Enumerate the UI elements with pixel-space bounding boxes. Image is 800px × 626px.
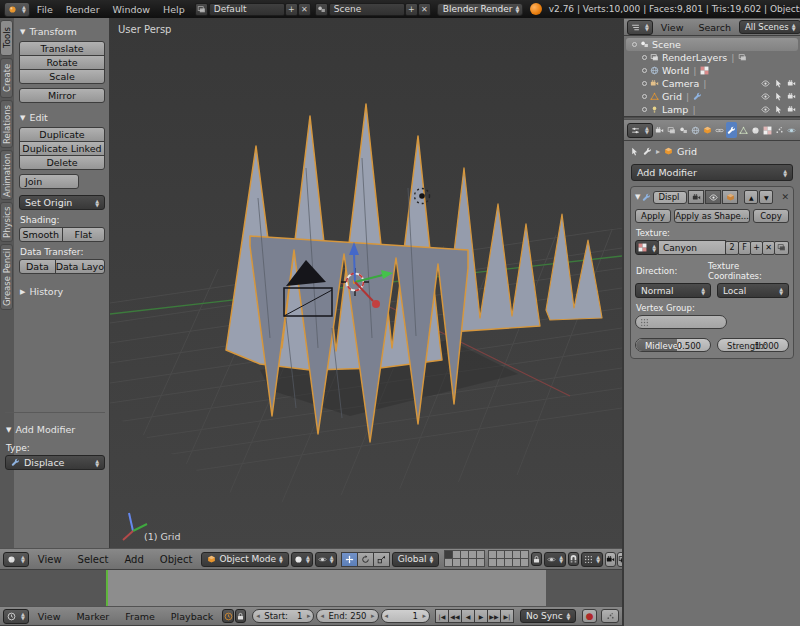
selectable-toggle-icon[interactable] [774,79,783,88]
jump-next-keyframe-button[interactable]: ▶▶ [487,609,501,623]
view3d-menu-object[interactable]: Object [153,554,200,565]
timeline-menu-marker[interactable]: Marker [69,611,116,622]
menu-help[interactable]: Help [157,4,191,15]
manipulator-translate-toggle[interactable] [341,552,358,567]
manipulator-rotate-toggle[interactable] [357,552,374,567]
frame-start-field[interactable]: Start: 1 [252,609,314,623]
editor-type-selector-timeline[interactable] [3,609,29,624]
modifier-name-field[interactable]: Displ [653,191,687,204]
mirror-button[interactable]: Mirror [19,88,105,103]
scene-selector-icon[interactable] [315,3,328,16]
rotate-button[interactable]: Rotate [19,55,105,70]
tab-physics[interactable] [786,122,797,138]
timeline-menu-playback[interactable]: Playback [164,611,220,622]
record-button[interactable]: ● [582,609,597,623]
shade-smooth-button[interactable]: Smooth [19,227,63,242]
current-frame-field[interactable]: 1 [381,609,430,623]
outliner-item-renderlayers[interactable]: RenderLayers | [626,51,798,64]
tab-particles[interactable] [774,122,785,138]
modifier-render-toggle[interactable] [688,190,704,204]
duplicate-linked-button[interactable]: Duplicate Linked [19,141,105,156]
tab-object-data[interactable] [738,122,749,138]
timeline-canvas[interactable] [0,570,622,606]
shelf-tab-relations[interactable]: Relations [0,100,13,148]
tab-object[interactable] [702,122,713,138]
translate-button[interactable]: Translate [19,41,105,56]
shelf-tab-tools[interactable]: Tools [0,20,13,56]
duplicate-button[interactable]: Duplicate [19,127,105,142]
tab-constraints[interactable] [714,122,725,138]
editor-type-selector-properties[interactable] [627,123,653,138]
pivot-point-dropdown[interactable] [315,552,337,567]
render-toggle-icon[interactable] [787,92,796,101]
lock-to-scene-toggle[interactable] [531,552,542,566]
hide-toggle-eye-icon[interactable] [761,79,770,88]
shade-flat-button[interactable]: Flat [62,227,106,242]
sync-mode-dropdown[interactable]: No Sync [520,609,576,623]
disclosure-dot-icon[interactable] [642,94,647,99]
pin-icon[interactable] [630,147,639,156]
layer-toggle[interactable] [520,558,529,567]
snap-toggle[interactable] [568,552,579,566]
menu-file[interactable]: File [31,4,59,15]
show-texture-button[interactable] [774,241,789,255]
outliner-menu-search[interactable]: Search [691,22,738,33]
render-opengl-button[interactable] [605,552,616,567]
view3d-menu-add[interactable]: Add [117,554,150,565]
shelf-tab-grease-pencil[interactable]: Grease Pencil [0,244,13,310]
play-reverse-button[interactable]: ◀ [461,609,475,623]
set-origin-dropdown[interactable]: Set Origin [19,195,105,210]
viewport-canvas[interactable] [110,18,622,548]
tab-modifiers[interactable] [726,122,737,138]
tab-material[interactable] [750,122,761,138]
delete-button[interactable]: Delete [19,155,105,170]
tab-world[interactable] [690,122,701,138]
view3d-menu-view[interactable]: View [31,554,69,565]
apply-as-shape-button[interactable]: Apply as Shape... [674,209,750,223]
layer-toggle[interactable] [476,558,485,567]
shelf-tab-animation[interactable]: Animation [0,150,13,200]
disclosure-dot-icon[interactable] [642,107,647,112]
render-engine-dropdown[interactable]: Blender Render [437,3,523,16]
coords-dropdown[interactable]: Local [717,283,789,298]
modifier-expand-icon[interactable]: ▼ [635,193,640,201]
proportional-edit-dropdown[interactable] [544,552,566,567]
outliner-item-grid[interactable]: Grid | [626,90,798,103]
transform-orientation-dropdown[interactable]: Global [392,552,440,567]
add-scene-button[interactable]: + [405,3,418,16]
use-preview-range-toggle[interactable] [222,609,234,623]
screen-layout-icon[interactable] [195,3,208,16]
view3d-menu-select[interactable]: Select [71,554,116,565]
data-transfer-layout-button[interactable]: Data Layo [55,259,105,274]
apply-button[interactable]: Apply [635,209,671,223]
jump-prev-keyframe-button[interactable]: ◀◀ [448,609,462,623]
tab-render[interactable] [654,122,665,138]
hide-toggle-eye-icon[interactable] [761,92,770,101]
panel-header-add-modifier[interactable]: ▼ Add Modifier [6,424,105,435]
modifier-close-icon[interactable]: ✕ [781,192,789,202]
frame-end-field[interactable]: End: 250 [316,609,378,623]
modifier-viewport-toggle[interactable] [705,190,721,204]
modifier-move-down-button[interactable]: ▼ [759,190,773,204]
disclosure-dot-icon[interactable] [632,42,637,47]
disclosure-dot-icon[interactable] [642,55,647,60]
screen-layout-name[interactable]: Default [209,3,285,16]
tab-render-layers[interactable] [666,122,677,138]
keying-set-button[interactable] [601,609,619,623]
current-frame-marker[interactable] [106,570,108,606]
scale-button[interactable]: Scale [19,69,105,84]
render-toggle-icon[interactable] [787,79,796,88]
texture-browse-dropdown[interactable] [635,240,659,255]
selectable-toggle-icon[interactable] [774,105,783,114]
menu-window[interactable]: Window [107,4,156,15]
add-modifier-dropdown[interactable]: Add Modifier [631,164,793,181]
play-button[interactable]: ▶ [474,609,488,623]
texture-name-field[interactable]: Canyon [658,240,726,255]
shelf-tab-create[interactable]: Create [0,58,13,98]
delete-scene-button[interactable]: ✕ [418,3,431,16]
outliner-item-lamp[interactable]: Lamp | [626,103,798,116]
outliner-menu-view[interactable]: View [654,22,691,33]
delete-layout-button[interactable]: ✕ [298,3,311,16]
jump-to-end-button[interactable]: ▶| [500,609,514,623]
disclosure-dot-icon[interactable] [642,81,647,86]
